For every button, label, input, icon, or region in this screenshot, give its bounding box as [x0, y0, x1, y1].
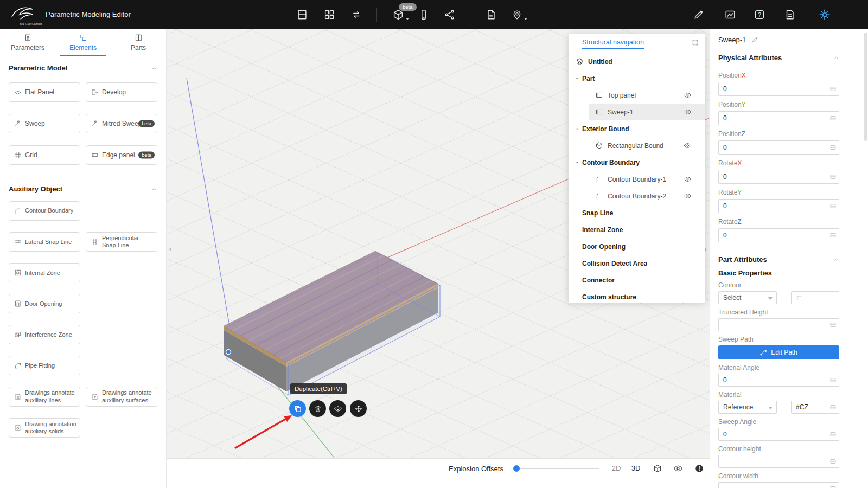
position-z-input[interactable]	[718, 140, 839, 155]
pipe-fitting-button[interactable]: Pipe Fitting	[9, 356, 80, 375]
sweep-angle-input[interactable]	[718, 428, 839, 441]
structural-navigation-title[interactable]: Structural navigation	[582, 38, 644, 49]
rename-pencil-icon[interactable]	[751, 36, 758, 43]
vertex-handle[interactable]	[226, 350, 231, 355]
view-3d-button[interactable]: 3D	[628, 464, 644, 472]
stepper-icon[interactable]	[829, 322, 837, 329]
delete-button[interactable]	[309, 400, 326, 417]
stepper-icon[interactable]	[829, 174, 837, 181]
duplicate-button[interactable]	[289, 400, 306, 417]
stepper-icon[interactable]	[829, 458, 837, 465]
section-auxiliary-object[interactable]: Auxiliary Object	[9, 185, 157, 193]
lateral-snap-line-button[interactable]: Lateral Snap Line	[9, 232, 80, 252]
stepper-icon[interactable]	[829, 203, 837, 210]
rotate-y-input[interactable]	[718, 199, 839, 213]
sweep-button[interactable]: Sweep	[9, 114, 80, 133]
explosion-offsets-slider[interactable]	[513, 468, 599, 469]
drawings-annotate-lines-button[interactable]: Drawings annotate auxiliary lines	[9, 387, 80, 406]
tree-item-sweep-1[interactable]: Sweep-1	[569, 104, 705, 120]
drawing-annotation-solids-button[interactable]: Drawing annotation auxiliary solids	[9, 418, 80, 438]
edit-pencil-icon[interactable]	[693, 9, 705, 21]
truncated-height-input[interactable]	[718, 318, 839, 331]
tab-elements[interactable]: Elements	[55, 29, 111, 56]
tree-item-connector[interactable]: Connector	[569, 272, 705, 288]
contour-preview-picker[interactable]	[791, 291, 839, 304]
info-icon[interactable]	[694, 464, 704, 473]
contour-boundary-button[interactable]: Contour Boundary	[9, 201, 80, 221]
door-opening-button[interactable]: Door Opening	[9, 294, 80, 313]
flat-panel-button[interactable]: Flat Panel	[9, 82, 80, 102]
eye-icon[interactable]	[684, 192, 692, 200]
collapse-left-panel-handle[interactable]: ‹	[167, 241, 174, 257]
tab-parts[interactable]: Parts	[111, 29, 166, 56]
stepper-icon[interactable]	[829, 431, 837, 438]
develop-button[interactable]: Develop	[86, 82, 157, 102]
contour-width-input[interactable]	[718, 482, 839, 488]
drawings-annotate-surfaces-button[interactable]: Drawings annotate auxiliary surfaces	[86, 387, 157, 406]
chart-icon[interactable]	[724, 9, 736, 21]
position-x-input[interactable]	[718, 82, 839, 96]
tree-item-contour-boundary[interactable]: Contour Boundary	[569, 154, 705, 171]
document-export-icon[interactable]	[485, 9, 497, 21]
perpendicular-snap-line-button[interactable]: Perpendicular Snap Line	[86, 232, 157, 252]
physical-attributes-header[interactable]: Physical Attributes	[718, 53, 839, 62]
caret-down-icon[interactable]	[575, 126, 580, 132]
scrollbar[interactable]	[864, 33, 867, 141]
stepper-icon[interactable]	[829, 232, 837, 239]
tree-item-internal-zone[interactable]: Internal Zone	[569, 221, 705, 238]
stepper-icon[interactable]	[829, 377, 837, 384]
tree-item-door-opening[interactable]: Door Opening	[569, 238, 705, 255]
contour-select[interactable]: Select	[718, 291, 777, 304]
tree-item-custom-structure[interactable]: Custom structure	[569, 288, 705, 303]
stepper-icon[interactable]	[829, 115, 837, 122]
tree-item-rectangular-bound[interactable]: Rectangular Bound	[569, 137, 705, 154]
expand-panel-icon[interactable]	[692, 39, 699, 46]
cabinet-icon[interactable]	[296, 9, 308, 21]
edit-path-button[interactable]: Edit Path	[718, 345, 839, 359]
eye-icon[interactable]	[684, 142, 692, 150]
part-attributes-header[interactable]: Part Attributes	[718, 255, 839, 264]
settings-gear-icon[interactable]	[819, 9, 831, 21]
tree-item-snap-line[interactable]: Snap Line	[569, 204, 705, 221]
rotate-z-input[interactable]	[718, 228, 839, 242]
internal-zone-button[interactable]: Internal Zone	[9, 263, 80, 282]
modules-icon[interactable]	[323, 9, 335, 21]
material-angle-input[interactable]	[718, 374, 839, 387]
interference-zone-button[interactable]: Interference Zone	[9, 325, 80, 344]
eye-icon[interactable]	[684, 175, 692, 183]
document-icon[interactable]	[784, 9, 796, 21]
axonometric-cube-icon[interactable]	[653, 464, 662, 473]
tree-item-collision-detect-area[interactable]: Collision Detect Area	[569, 255, 705, 272]
share-nodes-icon[interactable]	[444, 9, 456, 21]
tree-item-part[interactable]: Part	[569, 70, 705, 87]
contour-height-input[interactable]	[718, 455, 839, 468]
visibility-button[interactable]	[329, 400, 346, 417]
location-icon[interactable]	[511, 9, 523, 21]
tree-item-contour-boundary-2[interactable]: Contour Boundary-2	[569, 188, 705, 204]
rotate-x-input[interactable]	[718, 170, 839, 184]
tree-item-top-panel[interactable]: Top panel	[569, 87, 705, 104]
device-preview-icon[interactable]	[418, 9, 430, 21]
eye-icon[interactable]	[684, 91, 692, 99]
tab-parameters[interactable]: Parameters	[0, 29, 55, 56]
move-button[interactable]	[350, 400, 367, 417]
stepper-icon[interactable]	[829, 485, 837, 488]
visibility-eye-icon[interactable]	[673, 464, 683, 473]
stepper-icon[interactable]	[829, 404, 837, 411]
tree-item-exterior-bound[interactable]: Exterior Bound	[569, 120, 705, 137]
slider-handle[interactable]	[513, 465, 520, 472]
material-select[interactable]: Reference	[718, 401, 777, 414]
tree-item-untitled[interactable]: Untitled	[569, 53, 705, 70]
caret-down-icon[interactable]	[575, 160, 580, 165]
section-parametric-model[interactable]: Parametric Model	[9, 64, 157, 72]
edge-panel-button[interactable]: Edge panel beta	[86, 145, 157, 165]
stepper-icon[interactable]	[829, 144, 837, 151]
caret-down-icon[interactable]	[575, 76, 580, 81]
position-y-input[interactable]	[718, 111, 839, 125]
stepper-icon[interactable]	[829, 86, 837, 93]
help-icon[interactable]: ?	[754, 9, 765, 21]
mitred-sweep-button[interactable]: Mitred Sweep beta	[86, 114, 157, 133]
eye-icon[interactable]	[684, 108, 692, 116]
view-2d-button[interactable]: 2D	[608, 464, 624, 472]
swap-icon[interactable]	[350, 9, 362, 21]
